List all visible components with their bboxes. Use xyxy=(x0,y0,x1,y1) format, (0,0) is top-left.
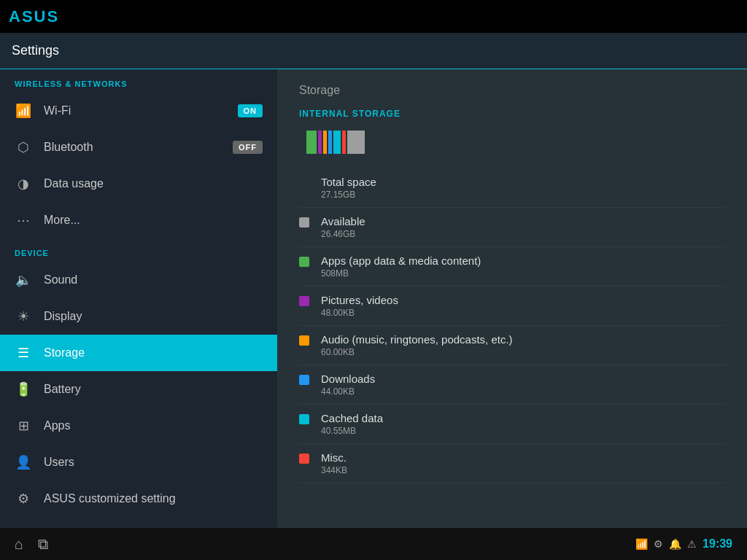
section-header-wireless: WIRELESS & NETWORKS xyxy=(0,69,277,93)
sidebar-label-battery: Battery xyxy=(44,383,81,396)
storage-info-pictures: Pictures, videos48.00KB xyxy=(321,294,398,318)
data-usage-icon: ◑ xyxy=(15,176,32,192)
content-area: Storage INTERNAL STORAGE Total space27.1… xyxy=(277,69,747,528)
storage-info-available: Available26.46GB xyxy=(321,215,365,239)
storage-item-cached[interactable]: Cached data40.55MB xyxy=(299,405,725,444)
top-bar: ASUS xyxy=(0,0,747,33)
bar-segment-1 xyxy=(318,131,322,154)
sidebar-label-display: Display xyxy=(44,310,82,323)
section-header-device: DEVICE xyxy=(0,238,277,262)
sidebar-item-display[interactable]: ☀Display xyxy=(0,298,277,335)
content-title: Storage xyxy=(299,84,725,97)
sidebar-item-launcher[interactable]: ⌂Launcher xyxy=(0,517,277,528)
storage-item-pictures[interactable]: Pictures, videos48.00KB xyxy=(299,287,725,326)
storage-label-total-space: Total space xyxy=(321,176,376,188)
storage-value-available: 26.46GB xyxy=(321,229,365,239)
sidebar-item-users[interactable]: 👤Users xyxy=(0,444,277,481)
status-icon-4: ⚠ xyxy=(687,538,697,550)
status-icon-2: ⚙ xyxy=(654,538,663,550)
storage-value-total-space: 27.15GB xyxy=(321,190,376,200)
storage-color-audio xyxy=(299,335,309,346)
status-bar: 📶 ⚙ 🔔 ⚠ 19:39 xyxy=(635,537,732,551)
bar-segment-2 xyxy=(323,131,327,154)
storage-info-apps: Apps (app data & media content)508MB xyxy=(321,254,481,279)
sidebar-label-more: More... xyxy=(44,214,80,227)
storage-value-apps: 508MB xyxy=(321,268,481,279)
sidebar-item-apps[interactable]: ⊞Apps xyxy=(0,408,277,444)
sidebar-item-battery[interactable]: 🔋Battery xyxy=(0,371,277,408)
storage-item-apps[interactable]: Apps (app data & media content)508MB xyxy=(299,247,725,287)
battery-icon: 🔋 xyxy=(15,381,32,397)
storage-item-total-space[interactable]: Total space27.15GB xyxy=(299,168,725,208)
sidebar-label-asus-setting: ASUS customized setting xyxy=(44,492,176,505)
display-icon: ☀ xyxy=(15,308,32,324)
more-icon: ⋯ xyxy=(15,212,32,228)
sidebar-item-sound[interactable]: 🔈Sound xyxy=(0,262,277,298)
sidebar-label-apps: Apps xyxy=(44,419,70,432)
storage-label-misc: Misc. xyxy=(321,451,347,464)
storage-info-cached: Cached data40.55MB xyxy=(321,412,383,436)
bar-segment-5 xyxy=(342,131,345,154)
sidebar-item-storage[interactable]: ☰Storage xyxy=(0,335,277,371)
sidebar-item-asus-setting[interactable]: ⚙ASUS customized setting xyxy=(0,481,277,517)
storage-value-downloads: 44.00KB xyxy=(321,386,375,397)
storage-color-misc xyxy=(299,454,309,464)
status-icon-3: 🔔 xyxy=(669,538,681,550)
sidebar-item-wifi[interactable]: 📶Wi-FiON xyxy=(0,93,277,129)
sidebar-item-more[interactable]: ⋯More... xyxy=(0,202,277,238)
launcher-icon: ⌂ xyxy=(15,527,32,528)
sound-icon: 🔈 xyxy=(15,272,32,288)
storage-label-cached: Cached data xyxy=(321,412,383,424)
storage-info-downloads: Downloads44.00KB xyxy=(321,373,375,397)
storage-info-total-space: Total space27.15GB xyxy=(321,176,376,200)
storage-info-misc: Misc.344KB xyxy=(321,451,347,475)
storage-item-available[interactable]: Available26.46GB xyxy=(299,208,725,247)
apps-icon: ⊞ xyxy=(15,418,32,434)
storage-color-downloads xyxy=(299,375,309,385)
bottom-bar: ⌂ ⧉ 📶 ⚙ 🔔 ⚠ 19:39 xyxy=(0,528,747,560)
bar-segment-6 xyxy=(347,131,365,154)
clock: 19:39 xyxy=(703,537,732,551)
storage-bar xyxy=(306,131,365,154)
sidebar-item-data-usage[interactable]: ◑Data usage xyxy=(0,166,277,202)
bar-segment-0 xyxy=(306,131,317,154)
asus-logo: ASUS xyxy=(9,7,59,26)
storage-label-available: Available xyxy=(321,215,365,228)
home-icon[interactable]: ⌂ xyxy=(15,536,23,553)
status-icon-1: 📶 xyxy=(635,538,648,550)
storage-value-cached: 40.55MB xyxy=(321,426,383,436)
users-icon: 👤 xyxy=(15,454,32,470)
recent-apps-icon[interactable]: ⧉ xyxy=(38,536,48,553)
storage-label-audio: Audio (music, ringtones, podcasts, etc.) xyxy=(321,333,513,346)
storage-color-apps xyxy=(299,257,309,267)
settings-header: Settings xyxy=(0,33,747,69)
wifi-toggle[interactable]: ON xyxy=(238,104,263,117)
settings-title: Settings xyxy=(12,43,59,58)
storage-color-pictures xyxy=(299,296,309,306)
storage-label-pictures: Pictures, videos xyxy=(321,294,398,306)
bar-segment-3 xyxy=(328,131,331,154)
sidebar-label-users: Users xyxy=(44,456,74,469)
storage-item-audio[interactable]: Audio (music, ringtones, podcasts, etc.)… xyxy=(299,326,725,365)
asus-setting-icon: ⚙ xyxy=(15,491,32,507)
bottom-nav: ⌂ ⧉ xyxy=(15,536,48,553)
sidebar-label-wifi: Wi-Fi xyxy=(44,104,71,117)
sidebar-label-sound: Sound xyxy=(44,273,77,287)
sidebar-item-bluetooth[interactable]: ⬡BluetoothOFF xyxy=(0,129,277,166)
sidebar-label-storage: Storage xyxy=(44,346,85,359)
storage-info-audio: Audio (music, ringtones, podcasts, etc.)… xyxy=(321,333,513,357)
storage-label-apps: Apps (app data & media content) xyxy=(321,254,481,267)
storage-value-audio: 60.00KB xyxy=(321,347,513,357)
storage-color-available xyxy=(299,217,309,228)
sidebar-label-bluetooth: Bluetooth xyxy=(44,141,93,154)
internal-storage-label: INTERNAL STORAGE xyxy=(299,109,725,119)
sidebar-label-data-usage: Data usage xyxy=(44,177,104,190)
storage-value-misc: 344KB xyxy=(321,465,347,475)
storage-item-downloads[interactable]: Downloads44.00KB xyxy=(299,365,725,405)
storage-label-downloads: Downloads xyxy=(321,373,375,385)
storage-item-misc[interactable]: Misc.344KB xyxy=(299,444,725,483)
storage-color-cached xyxy=(299,414,309,424)
bar-segment-4 xyxy=(333,131,341,154)
bluetooth-toggle[interactable]: OFF xyxy=(233,141,263,154)
main-layout: WIRELESS & NETWORKS📶Wi-FiON⬡BluetoothOFF… xyxy=(0,69,747,528)
